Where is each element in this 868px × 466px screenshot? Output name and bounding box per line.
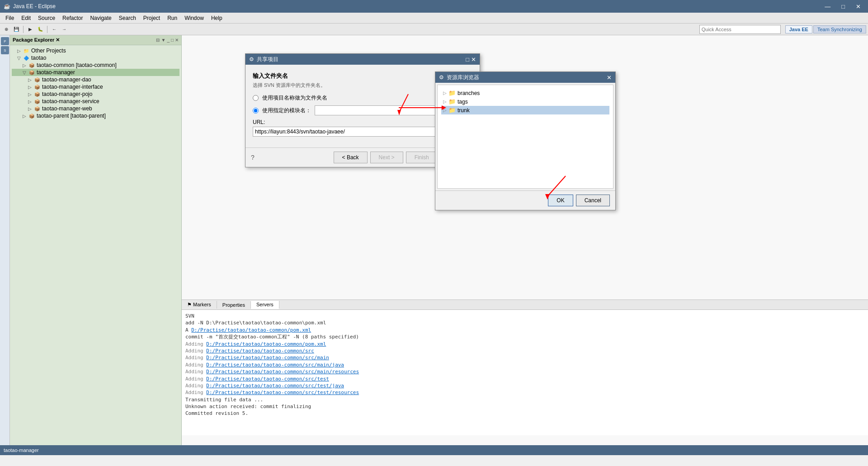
next-button[interactable]: Next > [370, 152, 403, 163]
svn-dialog-controls[interactable]: □ ✕ [466, 56, 476, 63]
console-line-add-3: Adding D:/Practise/taotao/taotao-common/… [185, 354, 864, 361]
tree-item-taotao-manager-dao[interactable]: ▷ 📦 taotao-manager-dao [12, 76, 179, 83]
module-icon: 📦 [33, 91, 41, 97]
repo-item-trunk[interactable]: ▷ 📁 trunk [441, 106, 609, 114]
tree-label: taotao-common [taotao-common] [37, 62, 117, 68]
titlebar-controls[interactable]: — □ ✕ [821, 2, 864, 11]
repo-item-branches[interactable]: ▷ 📁 branches [441, 89, 609, 97]
perspective-tab-javaee[interactable]: Java EE [785, 25, 812, 33]
repo-ok-button[interactable]: OK [548, 195, 573, 206]
perspective-tab-team[interactable]: Team Synchronizing [813, 25, 866, 33]
tree-label: taotao [31, 55, 46, 61]
quick-access-input[interactable] [699, 25, 781, 34]
radio-module-name-label: 使用指定的模块名： [262, 107, 311, 114]
menu-search[interactable]: Search [115, 14, 140, 22]
toolbar-run[interactable]: ▶ [26, 25, 35, 34]
menu-window[interactable]: Window [181, 14, 208, 22]
toolbar-back[interactable]: ← [50, 25, 59, 34]
svn-dialog-maximize[interactable]: □ [466, 56, 469, 63]
module-name-input[interactable] [315, 105, 443, 115]
module-icon: 📦 [33, 105, 41, 112]
radio-project-name[interactable] [253, 95, 259, 101]
tree-item-taotao-manager-web[interactable]: ▷ 📦 taotao-manager-web [12, 105, 179, 112]
module-icon: 📦 [28, 113, 35, 119]
statusbar: taotao-manager [0, 445, 868, 455]
finish-button[interactable]: Finish [406, 152, 438, 163]
console-link-8[interactable]: D:/Practise/taotao/taotao-common/src/tes… [206, 383, 344, 389]
tree-item-taotao-manager-service[interactable]: ▷ 📦 taotao-manager-service [12, 98, 179, 105]
tree-item-taotao[interactable]: ▽ 🔷 taotao [12, 54, 179, 62]
menu-refactor[interactable]: Refactor [59, 14, 86, 22]
console-link-1[interactable]: D:/Practise/taotao/taotao-common/pom.xml [191, 327, 311, 333]
console-link-9[interactable]: D:/Practise/taotao/taotao-common/src/tes… [206, 390, 359, 395]
sidebar-icon-1[interactable]: P [1, 37, 9, 45]
menu-file[interactable]: File [2, 14, 18, 22]
toolbar-debug[interactable]: 🐛 [36, 25, 45, 34]
help-icon[interactable]: ? [251, 154, 255, 161]
folder-icon: 📁 [448, 98, 456, 105]
tab-properties[interactable]: Properties [217, 301, 251, 309]
console-link-2[interactable]: D:/Practise/taotao/taotao-common/pom.xml [206, 341, 326, 347]
console-link-4[interactable]: D:/Practise/taotao/taotao-common/src/mai… [206, 355, 329, 361]
sidebar-icon-2[interactable]: S [1, 46, 9, 54]
console-line-add: add -N D:\Practise\taotao\taotao-common\… [185, 319, 864, 326]
tree-item-taotao-parent[interactable]: ▷ 📦 taotao-parent [taotao-parent] [12, 112, 179, 119]
package-explorer-title: Package Explorer ✕ [13, 37, 60, 43]
console-link-3[interactable]: D:/Practise/taotao/taotao-common/src [206, 348, 314, 354]
minimize-button[interactable]: — [821, 2, 834, 11]
menu-help[interactable]: Help [208, 14, 226, 22]
tab-servers[interactable]: Servers [251, 301, 279, 309]
panel-max[interactable]: □ [171, 38, 174, 43]
menu-navigate[interactable]: Navigate [86, 14, 115, 22]
console-area: SVN add -N D:\Practise\taotao\taotao-com… [182, 310, 868, 435]
console-line-transmit: Transmitting file data ... [185, 396, 864, 403]
console-link-6[interactable]: D:/Practise/taotao/taotao-common/src/mai… [206, 369, 359, 375]
tree-item-other-projects[interactable]: ▷ 📁 Other Projects [12, 47, 179, 54]
expand-icon: ▷ [443, 90, 447, 95]
back-button[interactable]: < Back [334, 152, 368, 163]
console-line-add-5: Adding D:/Practise/taotao/taotao-common/… [185, 368, 864, 375]
toolbar-new[interactable]: ⊕ [2, 25, 11, 34]
toolbar-sep-1 [23, 26, 24, 33]
panel-min[interactable]: _ [167, 38, 170, 43]
repo-cancel-button[interactable]: Cancel [576, 195, 610, 206]
tree-item-taotao-manager-pojo[interactable]: ▷ 📦 taotao-manager-pojo [12, 90, 179, 98]
tab-markers[interactable]: ⚑ Markers [182, 301, 217, 309]
repo-item-tags[interactable]: ▷ 📁 tags [441, 97, 609, 106]
close-button[interactable]: ✕ [852, 2, 864, 11]
tree-item-taotao-common[interactable]: ▷ 📦 taotao-common [taotao-common] [12, 62, 179, 69]
panel-controls: ⊟ ▼ _ □ ✕ [156, 38, 179, 43]
console-line-unknown: Unknown action received: commit finalizi… [185, 403, 864, 410]
module-icon: 📦 [33, 76, 41, 83]
radio-module-name[interactable] [253, 108, 259, 114]
bottom-panel: ⚑ Markers Properties Servers SVN add -N … [182, 300, 868, 435]
folder-icon: 📁 [448, 90, 456, 96]
console-line-commit: commit -m "首次提交taotao-common工程" -N (8 pa… [185, 333, 864, 340]
panel-close[interactable]: ✕ [175, 38, 179, 43]
tree-item-taotao-manager[interactable]: ▽ 📦 taotao-manager [12, 69, 179, 76]
package-tree: ▷ 📁 Other Projects ▽ 🔷 taotao ▷ 📦 taotao… [10, 45, 181, 445]
menu-source[interactable]: Source [34, 14, 59, 22]
svn-dialog-close[interactable]: ✕ [471, 56, 476, 63]
console-link-5[interactable]: D:/Practise/taotao/taotao-common/src/mai… [206, 362, 344, 368]
app-icon: ☕ [4, 3, 10, 10]
maximize-button[interactable]: □ [838, 2, 849, 11]
tree-item-taotao-manager-interface[interactable]: ▷ 📦 taotao-manager-interface [12, 83, 179, 90]
tree-label: taotao-manager-service [42, 98, 99, 105]
menu-edit[interactable]: Edit [18, 14, 34, 22]
toolbar-forward[interactable]: → [60, 25, 69, 34]
arrow-icon: ▷ [23, 114, 28, 119]
menu-run[interactable]: Run [164, 14, 181, 22]
right-area: ⚙ 共享项目 □ ✕ 输入文件夹名 选择 SVN 资源库中的文件夹名。 SVN … [182, 35, 868, 445]
status-text: taotao-manager [4, 447, 39, 453]
panel-collapse[interactable]: ⊟ [156, 38, 160, 43]
menu-project[interactable]: Project [140, 14, 164, 22]
panel-menu[interactable]: ▼ [161, 38, 165, 43]
toolbar-save[interactable]: 💾 [12, 25, 21, 34]
console-line-add-6: Adding D:/Practise/taotao/taotao-common/… [185, 376, 864, 382]
tree-label: taotao-parent [taotao-parent] [37, 113, 106, 119]
repo-browser-close[interactable]: ✕ [607, 74, 612, 81]
tree-label: taotao-manager-dao [42, 76, 91, 83]
console-link-7[interactable]: D:/Practise/taotao/taotao-common/src/tes… [206, 376, 329, 382]
arrow-icon: ▷ [23, 63, 28, 68]
